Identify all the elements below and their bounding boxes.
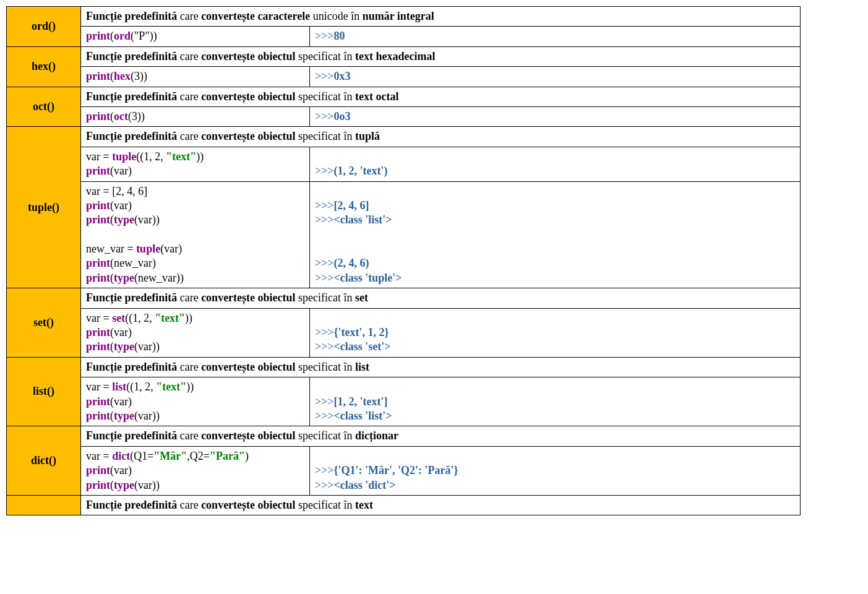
code-tuple-1: var = tuple((1, 2, "text"))print(var)	[81, 147, 310, 181]
out-tuple-1: >>>(1, 2, 'text')	[310, 147, 801, 181]
desc-set: Funcție predefinită care convertește obi…	[81, 288, 801, 308]
fn-name-list: list()	[7, 357, 81, 426]
fn-name-oct: oct()	[7, 87, 81, 127]
desc-str: Funcție predefinită care convertește obi…	[81, 495, 801, 515]
code-ord: print(ord("P"))	[81, 27, 310, 46]
out-tuple-2: >>>[2, 4, 6]>>><class 'list'>>>>(2, 4, 6…	[310, 181, 801, 288]
row-hex: hex() Funcție predefinită care converteș…	[7, 46, 801, 66]
desc-list: Funcție predefinită care convertește obi…	[81, 357, 801, 377]
out-oct: >>>0o3	[310, 106, 801, 126]
out-ord: >>>80	[310, 27, 801, 46]
row-dict: dict() Funcție predefinită care converte…	[7, 426, 801, 446]
code-tuple-2: var = [2, 4, 6]print(var)print(type(var)…	[81, 181, 310, 288]
fn-name-tuple: tuple()	[7, 127, 81, 288]
row-tuple: tuple() Funcție predefinită care convert…	[7, 127, 801, 147]
code-list: var = list((1, 2, "text"))print(var)prin…	[81, 377, 310, 426]
out-hex: >>>0x3	[310, 67, 801, 87]
row-ord: ord() Funcție predefinită care converteș…	[7, 7, 801, 27]
out-list: >>>[1, 2, 'text']>>><class 'list'>	[310, 377, 801, 426]
code-hex: print(hex(3))	[81, 67, 310, 87]
fn-name-hex: hex()	[7, 46, 81, 87]
row-set: set() Funcție predefinită care converteș…	[7, 288, 801, 308]
fn-name-set: set()	[7, 288, 81, 358]
row-str: Funcție predefinită care convertește obi…	[7, 495, 801, 515]
code-oct: print(oct(3))	[81, 106, 310, 126]
fn-name-ord: ord()	[7, 7, 81, 47]
desc-dict: Funcție predefinită care convertește obi…	[81, 426, 801, 446]
desc-tuple: Funcție predefinită care convertește obi…	[81, 127, 801, 147]
code-set: var = set((1, 2, "text"))print(var)print…	[81, 308, 310, 357]
row-oct: oct() Funcție predefinită care converteș…	[7, 87, 801, 106]
out-set: >>>{'text', 1, 2}>>><class 'set'>	[310, 308, 801, 357]
out-dict: >>>{'Q1': 'Măr', 'Q2': 'Pară'}>>><class …	[310, 446, 801, 495]
desc-ord: Funcție predefinită care convertește car…	[81, 7, 801, 27]
desc-oct: Funcție predefinită care convertește obi…	[81, 87, 801, 106]
fn-name-str	[7, 495, 81, 515]
fn-name-dict: dict()	[7, 426, 81, 496]
python-functions-table: ord() Funcție predefinită care converteș…	[6, 6, 801, 515]
code-dict: var = dict(Q1="Măr",Q2="Pară")print(var)…	[81, 446, 310, 495]
row-list: list() Funcție predefinită care converte…	[7, 357, 801, 377]
desc-hex: Funcție predefinită care convertește obi…	[81, 46, 801, 66]
